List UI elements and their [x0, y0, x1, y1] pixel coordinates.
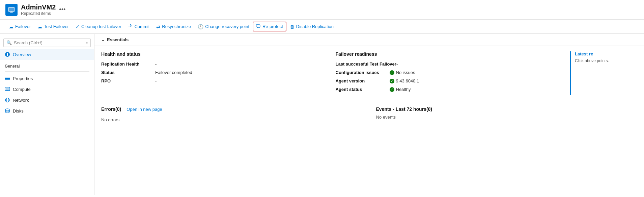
svg-point-4	[130, 26, 131, 27]
replication-health-value: -	[155, 61, 157, 67]
change-recovery-icon: 🕐	[198, 24, 203, 29]
last-test-failover-label: Last successful Test Failover	[336, 61, 396, 67]
page-header: AdminVM2 Replicated items •••	[0, 0, 644, 20]
latest-recovery-title: Latest re	[575, 51, 637, 56]
disks-icon	[5, 108, 10, 114]
svg-rect-13	[6, 91, 8, 91]
agent-status-row: Agent status ✓ Healthy	[336, 87, 557, 92]
replication-health-label: Replication Health	[101, 61, 155, 67]
search-icon: 🔍	[6, 40, 12, 45]
collapse-sidebar-button[interactable]: «	[85, 41, 88, 45]
configuration-issues-row: Configuration issues ✓ No issues	[336, 70, 557, 75]
status-row: Status Failover completed	[101, 70, 322, 75]
latest-recovery-panel: Latest re Click above points.	[570, 51, 637, 95]
network-icon	[5, 97, 10, 103]
content-area: ⌄ Essentials Health and status Replicati…	[94, 34, 644, 195]
rpo-row: RPO -	[101, 78, 322, 83]
sidebar-divider	[5, 71, 89, 72]
sidebar-item-network[interactable]: Network	[0, 95, 94, 105]
config-issues-value: ✓ No issues	[390, 70, 415, 75]
rpo-value: -	[155, 78, 157, 83]
essentials-header[interactable]: ⌄ Essentials	[94, 34, 644, 46]
sidebar-item-compute[interactable]: Compute	[0, 84, 94, 95]
errors-header-row: Errors(0) Open in new page	[101, 106, 363, 115]
svg-point-17	[5, 109, 9, 111]
config-issues-status-dot: ✓	[390, 70, 394, 75]
agent-version-row: Agent version ✓ 9.43.6040.1	[336, 78, 557, 83]
errors-title: Errors(0)	[101, 106, 121, 112]
sidebar-item-overview[interactable]: Overview	[0, 49, 94, 60]
no-errors-value: No errors	[101, 117, 363, 122]
health-status-col: Health and status Replication Health - S…	[101, 51, 322, 95]
agent-status-label: Agent status	[336, 87, 390, 92]
agent-version-status-dot: ✓	[390, 79, 394, 83]
re-protect-icon	[256, 24, 261, 29]
header-title-group: AdminVM2 Replicated items	[21, 3, 56, 16]
health-status-title: Health and status	[101, 51, 322, 57]
svg-rect-1	[9, 8, 14, 11]
svg-rect-7	[7, 54, 8, 56]
sidebar-item-properties-label: Properties	[13, 76, 33, 81]
cleanup-icon: ✓	[76, 24, 80, 29]
errors-col: Errors(0) Open in new page No errors	[101, 106, 363, 122]
svg-rect-6	[7, 53, 8, 54]
svg-rect-2	[10, 11, 12, 12]
sidebar-item-properties[interactable]: Properties	[0, 73, 94, 84]
rpo-label: RPO	[101, 78, 155, 83]
last-test-failover-value: -	[396, 61, 398, 67]
re-protect-button[interactable]: Re-protect	[253, 22, 286, 31]
resynchronize-button[interactable]: ⇄ Resynchronize	[153, 22, 194, 31]
essentials-body: Health and status Replication Health - S…	[94, 46, 644, 101]
sidebar-item-compute-label: Compute	[13, 87, 31, 92]
replication-health-row: Replication Health -	[101, 61, 322, 67]
vm-icon	[5, 4, 18, 16]
bottom-section: Errors(0) Open in new page No errors Eve…	[94, 101, 644, 128]
svg-rect-9	[5, 78, 10, 79]
config-issues-label: Configuration issues	[336, 70, 390, 75]
svg-rect-8	[5, 77, 10, 77]
compute-icon	[5, 87, 10, 92]
no-events-value: No events	[376, 115, 638, 120]
cleanup-test-failover-button[interactable]: ✓ Cleanup test failover	[72, 22, 125, 31]
sidebar-section-general: General	[0, 60, 94, 70]
failover-button[interactable]: ☁ Failover	[5, 22, 34, 31]
svg-rect-12	[6, 88, 9, 90]
last-successful-test-failover-row: Last successful Test Failover -	[336, 61, 557, 67]
search-input[interactable]	[14, 40, 85, 45]
events-title: Events - Last 72 hours(0)	[376, 106, 638, 112]
failover-readiness-col: Failover readiness Last successful Test …	[336, 51, 557, 95]
sidebar-item-network-label: Network	[13, 98, 29, 103]
events-col: Events - Last 72 hours(0) No events	[376, 106, 638, 122]
search-box[interactable]: 🔍 «	[3, 39, 91, 47]
resynchronize-icon: ⇄	[156, 24, 160, 29]
failover-readiness-title: Failover readiness	[336, 51, 557, 57]
svg-rect-3	[10, 12, 13, 13]
change-recovery-point-button[interactable]: 🕐 Change recovery point	[194, 22, 253, 31]
disable-replication-button[interactable]: 🗑 Disable Replication	[286, 22, 337, 31]
toolbar: ☁ Failover ☁ Test Failover ✓ Cleanup tes…	[0, 20, 644, 34]
sidebar-nav: Overview General Properties Compute	[0, 49, 94, 116]
open-in-new-page-link[interactable]: Open in new page	[127, 107, 162, 112]
test-failover-icon: ☁	[37, 24, 42, 29]
overview-icon	[5, 52, 10, 57]
more-options-icon[interactable]: •••	[59, 6, 65, 13]
agent-status-dot: ✓	[390, 87, 394, 92]
agent-status-value: ✓ Healthy	[390, 87, 411, 92]
commit-button[interactable]: Commit	[124, 22, 153, 31]
sidebar-item-overview-label: Overview	[13, 52, 31, 57]
agent-version-value: ✓ 9.43.6040.1	[390, 78, 419, 83]
agent-version-label: Agent version	[336, 78, 390, 83]
sidebar-item-disks-label: Disks	[13, 108, 24, 114]
test-failover-button[interactable]: ☁ Test Failover	[34, 22, 72, 31]
sidebar-item-disks[interactable]: Disks	[0, 105, 94, 116]
status-value: Failover completed	[155, 70, 192, 75]
vm-name: AdminVM2	[21, 3, 56, 11]
properties-icon	[5, 76, 10, 81]
failover-icon: ☁	[9, 24, 13, 29]
vm-subtitle: Replicated items	[21, 11, 56, 16]
status-label: Status	[101, 70, 155, 75]
main-layout: 🔍 « Overview General Properties	[0, 34, 644, 195]
essentials-title: Essentials	[107, 37, 129, 42]
sidebar: 🔍 « Overview General Properties	[0, 34, 94, 195]
disable-replication-icon: 🗑	[290, 24, 295, 29]
